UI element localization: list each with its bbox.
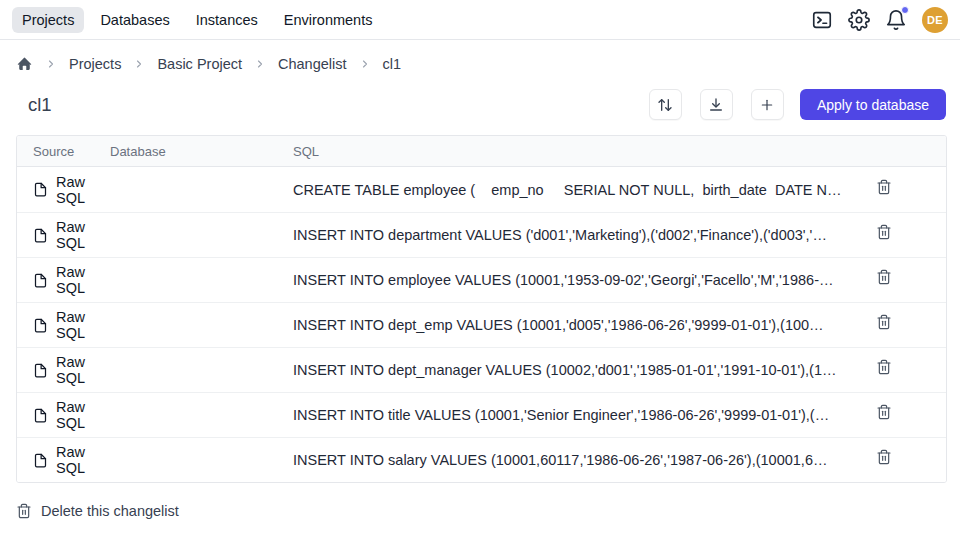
table-row[interactable]: Raw SQL INSERT INTO dept_emp VALUES (100…	[17, 302, 946, 347]
file-icon	[33, 408, 48, 423]
file-icon	[33, 228, 48, 243]
breadcrumb: Projects Basic Project Changelist cl1	[0, 40, 960, 82]
table-header: Source Database SQL	[17, 136, 946, 167]
table-row[interactable]: Raw SQL INSERT INTO employee VALUES (100…	[17, 257, 946, 302]
delete-changelist-button[interactable]: Delete this changelist	[16, 503, 179, 519]
delete-row-trash-icon[interactable]	[876, 404, 898, 426]
column-header-sql: SQL	[293, 144, 866, 159]
breadcrumb-changelist[interactable]: Changelist	[278, 56, 347, 72]
header-actions: Apply to database	[649, 89, 946, 120]
column-header-source: Source	[17, 144, 110, 159]
delete-row-trash-icon[interactable]	[876, 449, 898, 471]
actions-cell	[866, 179, 946, 201]
source-label: Raw SQL	[56, 444, 110, 476]
actions-cell	[866, 314, 946, 336]
source-cell: Raw SQL	[17, 309, 110, 341]
nav-item-databases[interactable]: Databases	[90, 7, 179, 33]
delete-row-trash-icon[interactable]	[876, 179, 898, 201]
source-cell: Raw SQL	[17, 219, 110, 251]
table-body: Raw SQL CREATE TABLE employee ( emp_no S…	[17, 167, 946, 482]
actions-cell	[866, 269, 946, 291]
trash-icon	[16, 503, 32, 519]
arrow-up-down-icon	[657, 97, 673, 113]
delete-row-trash-icon[interactable]	[876, 359, 898, 381]
source-label: Raw SQL	[56, 399, 110, 431]
breadcrumb-basic-project[interactable]: Basic Project	[157, 56, 242, 72]
source-cell: Raw SQL	[17, 399, 110, 431]
download-icon	[708, 97, 724, 113]
source-cell: Raw SQL	[17, 174, 110, 206]
table-row[interactable]: Raw SQL INSERT INTO department VALUES ('…	[17, 212, 946, 257]
sql-editor-terminal-icon[interactable]	[811, 9, 833, 31]
delete-row-trash-icon[interactable]	[876, 314, 898, 336]
file-icon	[33, 182, 48, 197]
export-download-button[interactable]	[700, 89, 733, 120]
source-label: Raw SQL	[56, 264, 110, 296]
file-icon	[33, 453, 48, 468]
source-label: Raw SQL	[56, 219, 110, 251]
table-row[interactable]: Raw SQL INSERT INTO dept_manager VALUES …	[17, 347, 946, 392]
source-cell: Raw SQL	[17, 264, 110, 296]
breadcrumb-projects[interactable]: Projects	[69, 56, 121, 72]
page-title: cl1	[28, 94, 52, 116]
nav-item-projects[interactable]: Projects	[12, 7, 84, 33]
table-row[interactable]: Raw SQL INSERT INTO salary VALUES (10001…	[17, 437, 946, 482]
sql-cell: INSERT INTO dept_manager VALUES (10002,'…	[293, 362, 866, 378]
add-change-button[interactable]	[751, 89, 784, 120]
breadcrumb-cl1[interactable]: cl1	[383, 56, 402, 72]
page-header: cl1 Apply to database	[0, 82, 960, 135]
source-label: Raw SQL	[56, 174, 110, 206]
file-icon	[33, 273, 48, 288]
column-header-database: Database	[110, 144, 293, 159]
actions-cell	[866, 224, 946, 246]
changes-table: Source Database SQL Raw SQL CREATE TABLE…	[16, 135, 947, 483]
settings-gear-icon[interactable]	[848, 9, 870, 31]
home-icon[interactable]	[16, 55, 33, 72]
nav-tabs: Projects Databases Instances Environment…	[12, 7, 382, 33]
source-label: Raw SQL	[56, 354, 110, 386]
chevron-right-icon	[45, 58, 57, 70]
sql-cell: INSERT INTO department VALUES ('d001','M…	[293, 227, 866, 243]
source-cell: Raw SQL	[17, 354, 110, 386]
source-cell: Raw SQL	[17, 444, 110, 476]
file-icon	[33, 318, 48, 333]
nav-item-environments[interactable]: Environments	[274, 7, 383, 33]
notification-badge-dot	[901, 6, 909, 14]
nav-item-instances[interactable]: Instances	[186, 7, 268, 33]
delete-row-trash-icon[interactable]	[876, 269, 898, 291]
user-avatar[interactable]: DE	[922, 7, 948, 33]
sql-cell: INSERT INTO dept_emp VALUES (10001,'d005…	[293, 317, 866, 333]
plus-icon	[759, 97, 775, 113]
delete-changelist-label: Delete this changelist	[41, 503, 179, 519]
source-label: Raw SQL	[56, 309, 110, 341]
table-row[interactable]: Raw SQL CREATE TABLE employee ( emp_no S…	[17, 167, 946, 212]
top-navigation: Projects Databases Instances Environment…	[0, 0, 960, 40]
notifications-bell-icon[interactable]	[885, 9, 907, 31]
sql-cell: INSERT INTO employee VALUES (10001,'1953…	[293, 272, 866, 288]
apply-to-database-button[interactable]: Apply to database	[800, 89, 946, 120]
sql-cell: CREATE TABLE employee ( emp_no SERIAL NO…	[293, 182, 866, 198]
actions-cell	[866, 359, 946, 381]
actions-cell	[866, 404, 946, 426]
chevron-right-icon	[133, 58, 145, 70]
nav-utilities: DE	[811, 7, 948, 33]
chevron-right-icon	[254, 58, 266, 70]
reorder-sort-button[interactable]	[649, 89, 682, 120]
sql-cell: INSERT INTO salary VALUES (10001,60117,'…	[293, 452, 866, 468]
delete-row-trash-icon[interactable]	[876, 224, 898, 246]
table-row[interactable]: Raw SQL INSERT INTO title VALUES (10001,…	[17, 392, 946, 437]
sql-cell: INSERT INTO title VALUES (10001,'Senior …	[293, 407, 866, 423]
actions-cell	[866, 449, 946, 471]
chevron-right-icon	[359, 58, 371, 70]
file-icon	[33, 363, 48, 378]
